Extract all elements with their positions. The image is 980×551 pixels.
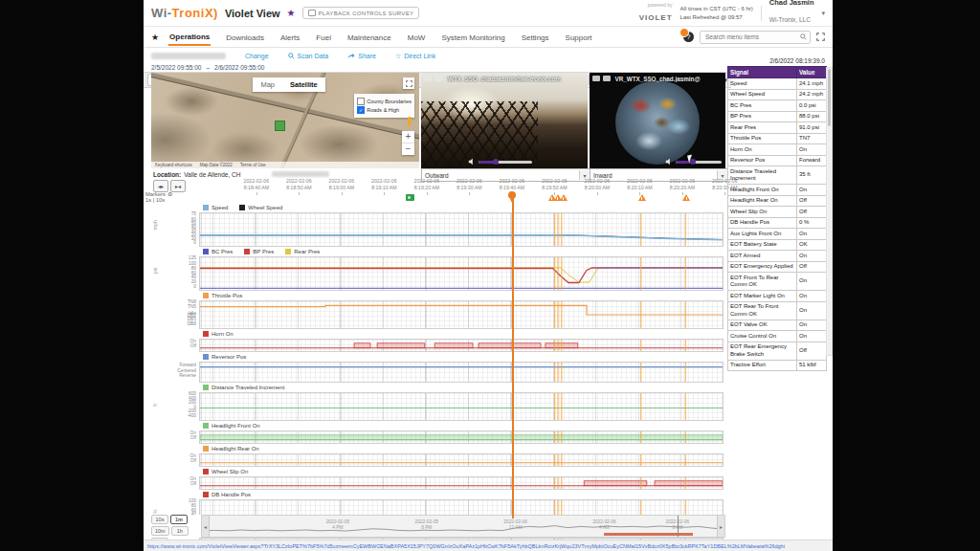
navigator-label: 2022-02-058 PM	[403, 519, 451, 531]
legend-item[interactable]: BC Pres	[203, 249, 233, 254]
zoom-preset-10s[interactable]: 10s	[151, 515, 168, 524]
charts-stack: SpeedWheel Speed756050403020100mphBC Pre…	[153, 203, 724, 545]
change-link[interactable]: Change	[245, 53, 269, 59]
satellite-mode-button[interactable]: Satellite	[282, 77, 325, 92]
playhead-cursor[interactable]	[512, 196, 514, 518]
tab-settings[interactable]: Settings	[521, 29, 550, 45]
playback-survey-button[interactable]: PLAYBACK CONTROLS SURVEY	[302, 7, 420, 19]
navigator-label: 2022-02-0612 AM	[492, 519, 540, 531]
user-menu-caret-icon[interactable]: ▾	[821, 10, 825, 17]
legend-item[interactable]: DB Handle Pos	[203, 492, 251, 497]
table-row: Tractive Effort51 klbf	[728, 360, 827, 371]
tab-system-monitoring[interactable]: System Monitoring	[440, 29, 505, 45]
table-row: Wheel Speed24.2 mph	[728, 89, 827, 100]
legend-item[interactable]: Reversor Pos	[203, 354, 246, 360]
survey-icon	[308, 10, 316, 16]
map-zoom-in-button[interactable]: +	[402, 131, 414, 143]
chart-plot-hl-rear[interactable]	[199, 453, 724, 467]
notification-badge	[679, 28, 689, 37]
chart-plot-horn[interactable]	[199, 339, 724, 352]
outward-volume-control[interactable]	[468, 158, 532, 165]
legend-item[interactable]: Rear Pres	[285, 249, 320, 254]
map-attribution: Keyboard shortcutsMap Data ©2022Terms of…	[151, 162, 419, 168]
fullscreen-icon[interactable]	[816, 33, 825, 41]
video-available-marker[interactable]	[406, 194, 414, 201]
help-icon[interactable]: ?	[683, 32, 694, 42]
legend-swatch-icon	[203, 293, 209, 298]
legend-item[interactable]: Speed	[203, 205, 228, 210]
warning-marker-icon[interactable]	[638, 194, 646, 201]
zoom-preset-10m[interactable]: 10m	[151, 526, 169, 536]
signal-col-header: Value	[797, 67, 827, 78]
table-row: Horn OnOn	[728, 144, 827, 156]
map-zoom-out-button[interactable]: −	[402, 143, 414, 155]
legend-item[interactable]: Headlight Front On	[203, 423, 260, 429]
signal-scrollbar[interactable]	[826, 67, 833, 356]
legend-item[interactable]: Distance Traveled Increment	[203, 385, 284, 390]
pegman-icon[interactable]	[407, 117, 412, 126]
search-input[interactable]	[703, 33, 800, 41]
map-layer-checkbox[interactable]: ✓	[357, 106, 365, 114]
powered-by: powered byVIOLET	[639, 3, 673, 23]
map-mode-button[interactable]: Map	[253, 77, 282, 92]
warning-marker-icon[interactable]	[560, 194, 568, 201]
timeline[interactable]: ◂▸ ▸◂ 2022-02-068:18:40 AM2022-02-068:18…	[144, 178, 724, 203]
navigator-selection[interactable]	[604, 533, 693, 536]
map-fullscreen-button[interactable]	[403, 77, 414, 89]
share-link[interactable]: Share	[347, 53, 376, 59]
scan-data-link[interactable]: Scan Data	[288, 53, 329, 59]
chart-plot-speed[interactable]	[199, 212, 724, 247]
chart-horn: Horn OnOnOff	[153, 329, 724, 352]
table-row: EOT Emergency AppliedOff	[728, 261, 827, 273]
legend-item[interactable]: Headlight Rear On	[203, 446, 259, 452]
map-layer-checkbox[interactable]	[357, 98, 365, 105]
tab-operations[interactable]: Operations	[168, 28, 211, 46]
chart-plot-throttle[interactable]	[199, 300, 724, 329]
map-panel[interactable]: Map Satellite County Boundaries✓Roads & …	[151, 73, 419, 168]
range-navigator[interactable]: ◂ ▸ 2022-02-054 PM2022-02-058 PM2022-02-…	[201, 515, 725, 538]
gear-icon[interactable]: ⚙	[167, 191, 172, 197]
witronix-logo: Wi-TroniX)	[151, 6, 218, 20]
table-row: EOT Rear Emergency Brake SwitchOff	[728, 342, 827, 360]
table-row: BP Pres88.0 psi	[728, 111, 827, 122]
tab-support[interactable]: Support	[565, 29, 593, 45]
favorite-star-icon[interactable]: ★	[287, 8, 296, 18]
navigator-right-arrow[interactable]: ▸	[717, 516, 724, 537]
warning-marker-icon[interactable]	[682, 194, 690, 201]
chart-plot-reversor[interactable]	[199, 362, 724, 383]
chart-plot-distance[interactable]	[199, 392, 724, 421]
table-row: EOT Rear To Front Comm OKOn	[728, 301, 827, 320]
tab-maintenance[interactable]: Maintenance	[346, 29, 392, 45]
video-watermark: WTX_SSO_chad.jasmin@wi-tronix.com	[421, 76, 588, 82]
legend-item[interactable]: Throttle Pos	[203, 293, 242, 298]
outward-video[interactable]: WTX_SSO_chad.jasmin@wi-tronix.com	[421, 73, 588, 168]
chart-distance: Distance Traveled Increment6004002000-20…	[153, 383, 724, 421]
timeline-label: 2022-02-068:18:50 AM	[278, 178, 320, 191]
timeline-label: 2022-02-068:19:10 AM	[363, 178, 405, 191]
tab-downloads[interactable]: Downloads	[225, 29, 265, 45]
zoom-preset-1m[interactable]: 1m	[170, 515, 188, 524]
tab-fuel[interactable]: Fuel	[315, 29, 332, 45]
home-star-icon[interactable]: ★	[151, 33, 159, 42]
navigator-left-arrow[interactable]: ◂	[202, 516, 210, 537]
chart-plot-hl-front[interactable]	[199, 430, 724, 444]
user-menu[interactable]: Chad JasminWi-Tronix, LLC	[769, 0, 814, 28]
chart-plot-wheel-slip[interactable]	[199, 476, 724, 490]
chart-plot-pressures[interactable]	[199, 256, 724, 291]
zoom-preset-1h[interactable]: 1h	[171, 526, 189, 536]
menu-search	[700, 31, 811, 44]
legend-item[interactable]: Horn On	[203, 331, 234, 337]
tab-mow[interactable]: MoW	[407, 29, 427, 45]
main-nav: ★ OperationsDownloadsAlertsFuelMaintenan…	[144, 27, 833, 48]
table-row: Distance Traveled Increment35 ft	[728, 166, 827, 185]
inward-video[interactable]: VR_WTX_SSO_chad.jasmin@	[590, 73, 725, 168]
map-layers-overlay: County Boundaries✓Roads & High	[354, 94, 414, 118]
nav-tabs: OperationsDownloadsAlertsFuelMaintenance…	[168, 28, 678, 46]
tab-alerts[interactable]: Alerts	[279, 29, 301, 45]
direct-link[interactable]: ☆Direct Link	[395, 53, 435, 60]
legend-item[interactable]: Wheel Slip On	[203, 469, 248, 474]
chart-settings: Markers⚙ 1s | 10s	[145, 191, 199, 203]
legend-item[interactable]: Wheel Speed	[239, 205, 282, 210]
signal-col-header: Signal	[728, 67, 797, 78]
legend-item[interactable]: BP Pres	[244, 249, 274, 254]
